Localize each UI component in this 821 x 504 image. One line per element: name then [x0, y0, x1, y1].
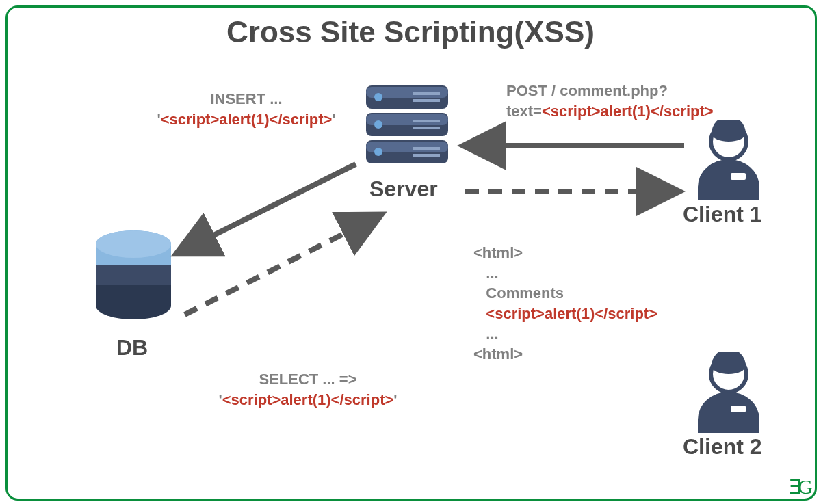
insert-code: <script>alert(1)</script> — [161, 111, 333, 128]
annotation-post: POST / comment.php? text=<script>alert(1… — [506, 81, 714, 121]
svg-line-23 — [178, 164, 356, 253]
select-quote-close: ' — [393, 391, 397, 408]
annotation-select: SELECT ... => '<script>alert(1)</script>… — [205, 369, 410, 410]
select-line1: SELECT ... => — [259, 371, 356, 388]
resp-l4: <script>alert(1)</script> — [486, 305, 657, 322]
annotation-insert: INSERT ... '<script>alert(1)</script>' — [144, 89, 349, 129]
post-line1: POST / comment.php? — [506, 82, 668, 99]
svg-line-24 — [185, 215, 380, 315]
resp-l6: <html> — [473, 345, 523, 362]
post-code: <script>alert(1)</script> — [542, 103, 714, 120]
select-code: <script>alert(1)</script> — [222, 391, 394, 408]
resp-l2: ... — [486, 265, 498, 282]
geeksforgeeks-logo: ƎG — [789, 475, 809, 499]
resp-l5: ... — [486, 326, 498, 343]
post-pre: text= — [506, 103, 542, 120]
insert-quote-close: ' — [332, 111, 335, 128]
annotation-response: <html> ... Comments <script>alert(1)</sc… — [473, 243, 657, 364]
resp-l3: Comments — [486, 284, 564, 302]
resp-l1: <html> — [473, 244, 523, 261]
insert-line1: INSERT ... — [210, 90, 282, 107]
arrows-layer — [0, 0, 821, 504]
